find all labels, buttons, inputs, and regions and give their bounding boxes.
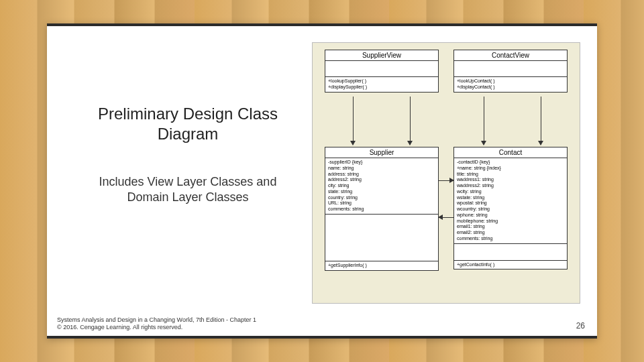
class-ops: +lookUpContact( ) +displayContact( )	[454, 77, 567, 92]
assoc-contact-to-supplier	[439, 217, 453, 218]
assoc-supplier-to-contact	[439, 180, 453, 181]
arrow-contactview-to-contact-2	[541, 97, 541, 145]
class-supplier-view: SupplierView +lookupSupplier( ) +display…	[325, 50, 439, 93]
arrow-contactview-to-contact	[484, 97, 484, 145]
class-attrs: -supplierID {key} name: string address: …	[325, 158, 438, 215]
class-attrs: -contactID {key} +name: string {index} t…	[454, 158, 567, 244]
footer-line1: Systems Analysis and Design in a Changin…	[57, 316, 256, 324]
class-title: ContactView	[454, 50, 567, 61]
class-title: Contact	[454, 147, 567, 158]
class-contact: Contact -contactID {key} +name: string {…	[453, 147, 568, 269]
slide-title: Preliminary Design Class Diagram	[87, 104, 288, 144]
footer: Systems Analysis and Design in a Changin…	[57, 316, 256, 332]
class-diagram: SupplierView +lookupSupplier( ) +display…	[312, 42, 580, 304]
text-column: Preliminary Design Class Diagram Include…	[87, 104, 288, 206]
wood-background: Preliminary Design Class Diagram Include…	[0, 0, 644, 362]
footer-line2: © 2016. Cengage Learning. All rights res…	[57, 324, 256, 332]
class-supplier: Supplier -supplierID {key} name: string …	[325, 147, 439, 271]
bottom-bar	[47, 336, 597, 339]
arrow-supplierview-to-supplier	[353, 97, 354, 145]
page-number: 26	[576, 321, 585, 330]
class-ops: +getContactInfo( )	[454, 261, 567, 269]
slide-subtitle: Includes View Layer Classes and Domain L…	[87, 174, 288, 206]
class-title: SupplierView	[325, 50, 438, 61]
class-attrs-empty	[454, 61, 567, 77]
class-ops: +lookupSupplier( ) +displaySupplier( )	[325, 77, 438, 92]
class-ops: +getSupplierInfo( )	[325, 261, 438, 270]
arrow-supplierview-to-supplier-2	[410, 97, 411, 145]
class-title: Supplier	[325, 147, 438, 158]
class-spacer	[325, 215, 438, 261]
slide: Preliminary Design Class Diagram Include…	[47, 23, 597, 339]
class-contact-view: ContactView +lookUpContact( ) +displayCo…	[453, 50, 568, 93]
class-spacer	[454, 244, 567, 261]
top-bar	[47, 23, 597, 26]
class-attrs-empty	[325, 61, 438, 77]
